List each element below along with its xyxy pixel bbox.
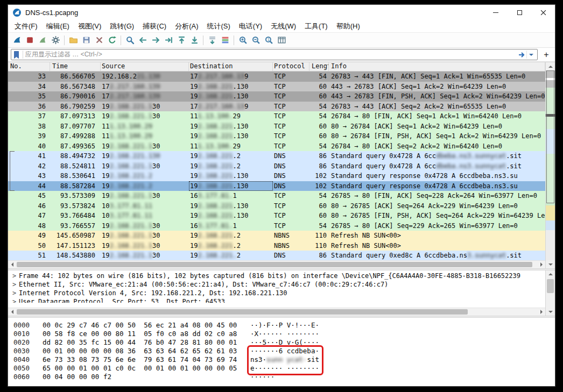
auto-scroll-icon[interactable] — [206, 34, 219, 46]
details-scroll-up-icon[interactable] — [546, 270, 555, 278]
menu-item[interactable]: 捕获(C) — [138, 20, 171, 32]
detail-line[interactable]: >User Datagram Protocol, Src Port: 53, D… — [11, 297, 545, 303]
column-header-info[interactable]: Info — [329, 62, 545, 71]
detail-line[interactable]: >Ethernet II, Src: VMware_ec:21:a4 (00:5… — [11, 280, 545, 289]
close-button[interactable] — [531, 5, 555, 20]
source-cell: 111.13.100.29 — [101, 122, 189, 132]
details-scroll-right-icon[interactable] — [537, 308, 545, 316]
capture-options-icon[interactable] — [49, 34, 62, 46]
menu-item[interactable]: 文件(F) — [10, 20, 42, 32]
maximize-button[interactable] — [508, 5, 531, 20]
packet-row[interactable]: 3386.566705192.168.221.130172.217.160.13… — [8, 72, 545, 82]
destination-cell: 192.168.221.130 — [189, 181, 273, 191]
add-filter-button[interactable]: + — [540, 49, 552, 60]
restart-capture-icon[interactable] — [36, 34, 49, 46]
packet-row[interactable]: 3486.567348172.217.160.139192.168.221.13… — [8, 82, 545, 92]
packet-row[interactable]: 3787.097313192.168.221.130111.13.100.29T… — [8, 111, 545, 122]
details-hscrollbar[interactable] — [8, 308, 545, 316]
hscroll-thumb[interactable] — [17, 262, 532, 267]
menu-item[interactable]: 视图(V) — [74, 20, 105, 32]
colorize-icon[interactable] — [219, 34, 231, 46]
go-to-packet-icon[interactable] — [162, 34, 175, 46]
go-back-icon[interactable] — [136, 34, 149, 46]
stop-capture-icon[interactable] — [23, 34, 36, 46]
packet-list-hscrollbar[interactable] — [8, 260, 545, 268]
minimize-button[interactable] — [484, 5, 508, 20]
hex-line[interactable]: 005065 00 00 01 00 01 c0 0c 00 01 00 01 … — [13, 364, 555, 373]
info-cell: 80 → 26784 [ACK] Seq=1 Ack=2 Win=64239 L… — [329, 122, 545, 132]
expand-arrow-icon[interactable]: > — [11, 272, 19, 280]
packet-row[interactable]: 4793.766484103.177.81.11192.168.221.130T… — [8, 211, 545, 221]
menu-item[interactable]: 工具(T) — [300, 20, 332, 32]
packet-row[interactable]: 4693.573824103.177.81.11192.168.221.130T… — [8, 201, 545, 211]
packet-row[interactable]: 4288.524811192.168.221.130192.168.221.2D… — [8, 161, 545, 172]
go-forward-icon[interactable] — [149, 34, 162, 46]
menu-item[interactable]: 跳转(G) — [105, 20, 138, 32]
hex-line[interactable]: 0020dd 82 00 35 fc 15 00 44 76 b0 47 28 … — [13, 338, 555, 347]
expand-arrow-icon[interactable]: > — [11, 280, 19, 289]
details-scroll-down-icon[interactable] — [546, 308, 555, 316]
details-scroll-left-icon[interactable] — [8, 308, 16, 316]
packet-row[interactable]: 3586.790016172.217.160.139192.168.221.13… — [8, 91, 545, 102]
packet-row[interactable]: 3987.499288111.13.100.29192.168.221.130T… — [8, 131, 545, 141]
hex-line[interactable]: 006000 04 00 00 00 f2······ — [13, 373, 555, 381]
packet-row[interactable]: 4087.499365192.168.221.130111.13.100.29T… — [8, 141, 545, 152]
hex-line[interactable]: 003000 01 00 00 00 00 08 36 63 63 64 62 … — [13, 347, 555, 355]
packet-list-vscrollbar[interactable] — [545, 62, 555, 268]
details-vscrollbar[interactable] — [545, 270, 555, 316]
go-last-icon[interactable] — [188, 34, 201, 46]
packet-row[interactable]: 3686.790259192.168.221.130172.217.160.13… — [8, 102, 545, 112]
column-header-time[interactable]: Time — [50, 62, 101, 71]
apply-filter-icon[interactable] — [518, 51, 526, 59]
menu-item[interactable]: 无线(W) — [266, 20, 300, 32]
detail-line[interactable]: >Internet Protocol Version 4, Src: 192.1… — [11, 289, 545, 297]
open-file-icon[interactable] — [67, 34, 80, 46]
column-header-no[interactable]: No. — [8, 62, 50, 71]
start-capture-icon[interactable] — [10, 34, 23, 46]
details-vscroll-thumb[interactable] — [547, 279, 554, 293]
reload-file-icon[interactable] — [105, 34, 118, 46]
filter-dropdown-caret[interactable] — [526, 51, 536, 59]
column-header-protocol[interactable]: Protocol — [273, 62, 309, 71]
packet-row[interactable]: 4388.530641192.168.221.2192.168.221.130D… — [8, 171, 545, 181]
column-header-source[interactable]: Source — [101, 62, 189, 71]
packet-row[interactable]: 4188.494732192.168.221.130192.168.221.2D… — [8, 151, 545, 161]
scroll-right-arrow-icon[interactable] — [537, 261, 545, 268]
packet-row[interactable]: 49145.650987192.168.221.130192.168.221.2… — [8, 231, 545, 241]
scrollbar-minimap[interactable] — [546, 70, 555, 260]
menu-item[interactable]: 编辑(E) — [42, 20, 74, 32]
vscroll-thumb[interactable] — [546, 70, 554, 203]
go-first-icon[interactable] — [175, 34, 188, 46]
expand-arrow-icon[interactable]: > — [11, 297, 19, 303]
packet-row[interactable]: 51148.543880192.168.221.130192.168.221.2… — [8, 251, 545, 260]
packet-row[interactable]: 3887.097707111.13.100.29192.168.221.130T… — [8, 122, 545, 132]
zoom-in-icon[interactable] — [236, 34, 249, 46]
zoom-out-icon[interactable] — [249, 34, 262, 46]
hex-line[interactable]: 001000 58 f8 ce 00 00 80 11 05 f0 c0 a8 … — [13, 330, 555, 338]
find-packet-icon[interactable] — [123, 34, 136, 46]
hex-line[interactable]: 00406e 73 33 08 73 75 6e 6e 79 63 61 74 … — [13, 355, 555, 364]
menu-item[interactable]: 统计(S) — [202, 20, 234, 32]
close-file-icon[interactable] — [93, 34, 105, 46]
menu-item[interactable]: 帮助(H) — [332, 20, 364, 32]
hex-line[interactable]: 000000 0c 29 c7 46 c7 00 50 56 ec 21 a4 … — [13, 321, 555, 330]
scroll-down-arrow-icon[interactable] — [546, 260, 555, 268]
menu-item[interactable]: 分析(A) — [171, 20, 202, 32]
resize-columns-icon[interactable] — [275, 34, 288, 46]
packet-row[interactable]: 4488.587284192.168.221.2192.168.221.130D… — [8, 181, 545, 191]
menu-item[interactable]: 电话(Y) — [235, 20, 266, 32]
detail-line[interactable]: >Frame 44: 102 bytes on wire (816 bits),… — [11, 272, 545, 280]
column-header-destination[interactable]: Destination — [189, 62, 273, 71]
expand-arrow-icon[interactable]: > — [11, 289, 19, 297]
details-hscroll-thumb[interactable] — [17, 309, 468, 315]
save-file-icon[interactable] — [80, 34, 93, 46]
scroll-left-arrow-icon[interactable] — [8, 261, 16, 268]
scroll-up-arrow-icon[interactable] — [546, 62, 555, 70]
zoom-original-icon[interactable]: 1 — [262, 34, 275, 46]
packet-row[interactable]: 50147.151123192.168.221.130192.168.221.2… — [8, 241, 545, 251]
bookmark-icon[interactable] — [13, 51, 20, 59]
display-filter-input[interactable]: 应用显示过滤器 … <Ctrl-/> — [11, 49, 538, 60]
column-header-length[interactable]: Length — [309, 62, 329, 71]
packet-row[interactable]: 4893.766557192.168.221.130163.177.81.1TC… — [8, 221, 545, 231]
packet-row[interactable]: 4593.573309192.168.221.130163.177.81.1TC… — [8, 191, 545, 201]
